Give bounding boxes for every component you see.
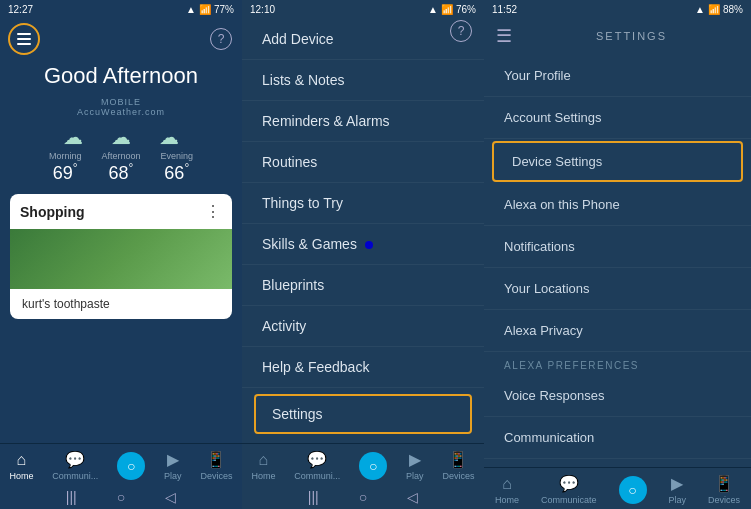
morning-temp: 69°: [49, 161, 82, 184]
afternoon-temp: 68°: [101, 161, 140, 184]
android-home-2[interactable]: ○: [359, 489, 367, 505]
communicate-label: Communi...: [52, 471, 98, 481]
communicate-icon-3: 💬: [559, 474, 579, 493]
communicate-label-2: Communi...: [294, 471, 340, 481]
menu-things-to-try[interactable]: Things to Try: [242, 183, 484, 224]
settings-notifications[interactable]: Notifications: [484, 226, 751, 268]
card-options-icon[interactable]: ⋮: [205, 202, 222, 221]
status-icons-1: ▲ 📶 77%: [186, 4, 234, 15]
nav-home-2[interactable]: ⌂ Home: [251, 451, 275, 481]
home-icon-2: ⌂: [259, 451, 269, 469]
status-bar-1: 12:27 ▲ 📶 77%: [0, 0, 242, 19]
nav-communicate[interactable]: 💬 Communi...: [52, 450, 98, 481]
hamburger-line: [17, 33, 31, 35]
menu-help-feedback[interactable]: Help & Feedback: [242, 347, 484, 388]
menu-lists-notes[interactable]: Lists & Notes: [242, 60, 484, 101]
hamburger-icon-3[interactable]: ☰: [496, 25, 512, 47]
menu-add-device[interactable]: Add Device: [242, 19, 484, 60]
nav-alexa-2[interactable]: ○: [359, 452, 387, 480]
signal-icon-2: ▲: [428, 4, 438, 15]
android-back-2[interactable]: |||: [308, 489, 319, 505]
nav-communicate-2[interactable]: 💬 Communi...: [294, 450, 340, 481]
home-label-3: Home: [495, 495, 519, 505]
nav-devices-2[interactable]: 📱 Devices: [442, 450, 474, 481]
devices-icon-3: 📱: [714, 474, 734, 493]
android-nav-1: ||| ○ ◁: [0, 485, 242, 509]
settings-voice[interactable]: Voice Responses: [484, 375, 751, 417]
communicate-label-3: Communicate: [541, 495, 597, 505]
weather-source: MOBILE AccuWeather.com: [0, 97, 242, 117]
nav-devices[interactable]: 📱 Devices: [200, 450, 232, 481]
hamburger-line: [17, 43, 31, 45]
play-label-3: Play: [668, 495, 686, 505]
panel-settings: 11:52 ▲ 📶 88% ☰ SETTINGS Your Profile Ac…: [484, 0, 751, 509]
shopping-card: Shopping ⋮ kurt's toothpaste lipton soup: [10, 194, 232, 319]
nav-communicate-3[interactable]: 💬 Communicate: [541, 474, 597, 505]
menu-reminders-alarms[interactable]: Reminders & Alarms: [242, 101, 484, 142]
battery-3: 88%: [723, 4, 743, 15]
settings-privacy[interactable]: Alexa Privacy: [484, 310, 751, 352]
alexa-icon-3: ○: [619, 476, 647, 504]
menu-blueprints[interactable]: Blueprints: [242, 265, 484, 306]
weather-temps: Morning 69° Afternoon 68° Evening 66°: [0, 151, 242, 194]
home-label: Home: [9, 471, 33, 481]
home-icon: ⌂: [17, 451, 27, 469]
settings-device[interactable]: Device Settings: [492, 141, 743, 182]
card-image: [10, 229, 232, 289]
devices-label-2: Devices: [442, 471, 474, 481]
help-icon[interactable]: ?: [210, 28, 232, 50]
nav-home[interactable]: ⌂ Home: [9, 451, 33, 481]
menu-activity[interactable]: Activity: [242, 306, 484, 347]
hamburger-button[interactable]: [8, 23, 40, 55]
settings-account[interactable]: Account Settings: [484, 97, 751, 139]
communicate-icon: 💬: [65, 450, 85, 469]
nav-bar-3: ⌂ Home 💬 Communicate ○ ▶ Play 📱 Devices: [484, 467, 751, 509]
morning-weather: Morning 69°: [49, 151, 82, 184]
settings-title: SETTINGS: [524, 30, 739, 42]
provider-label: AccuWeather.com: [0, 107, 242, 117]
settings-locations[interactable]: Your Locations: [484, 268, 751, 310]
android-back[interactable]: |||: [66, 489, 77, 505]
time-2: 12:10: [250, 4, 275, 15]
devices-icon-2: 📱: [448, 450, 468, 469]
hamburger-line: [17, 38, 31, 40]
devices-label-3: Devices: [708, 495, 740, 505]
help-icon-2[interactable]: ?: [450, 20, 472, 42]
status-bar-2: 12:10 ▲ 📶 76%: [242, 0, 484, 19]
settings-communication[interactable]: Communication: [484, 417, 751, 459]
settings-your-profile[interactable]: Your Profile: [484, 55, 751, 97]
play-icon: ▶: [167, 450, 179, 469]
panel-menu: 12:10 ▲ 📶 76% ? Add Device Lists & Notes…: [242, 0, 484, 509]
mobile-label: MOBILE: [0, 97, 242, 107]
menu-skills-games[interactable]: Skills & Games: [242, 224, 484, 265]
play-label-2: Play: [406, 471, 424, 481]
play-label: Play: [164, 471, 182, 481]
signal-icon-3: ▲: [695, 4, 705, 15]
nav-home-3[interactable]: ⌂ Home: [495, 475, 519, 505]
header-row-1: ?: [0, 19, 242, 59]
nav-play-2[interactable]: ▶ Play: [406, 450, 424, 481]
nav-bar-1: ⌂ Home 💬 Communi... ○ ▶ Play 📱 Devices: [0, 443, 242, 485]
status-icons-2: ▲ 📶 76%: [428, 4, 476, 15]
android-home[interactable]: ○: [117, 489, 125, 505]
nav-devices-3[interactable]: 📱 Devices: [708, 474, 740, 505]
android-recents-2[interactable]: ◁: [407, 489, 418, 505]
greeting-text: Good Afternoon: [0, 59, 242, 97]
settings-header: ☰ SETTINGS: [484, 19, 751, 55]
menu-routines[interactable]: Routines: [242, 142, 484, 183]
evening-weather: Evening 66°: [161, 151, 194, 184]
wifi-icon-2: 📶: [441, 4, 453, 15]
nav-alexa[interactable]: ○: [117, 452, 145, 480]
settings-alexa-phone[interactable]: Alexa on this Phone: [484, 184, 751, 226]
play-icon-3: ▶: [671, 474, 683, 493]
menu-list: Add Device Lists & Notes Reminders & Ala…: [242, 19, 484, 443]
home-icon-3: ⌂: [502, 475, 512, 493]
home-label-2: Home: [251, 471, 275, 481]
badge-icon: [365, 241, 373, 249]
nav-play[interactable]: ▶ Play: [164, 450, 182, 481]
afternoon-label: Afternoon: [101, 151, 140, 161]
menu-settings[interactable]: Settings: [254, 394, 472, 434]
android-recents[interactable]: ◁: [165, 489, 176, 505]
nav-alexa-3[interactable]: ○: [619, 476, 647, 504]
nav-play-3[interactable]: ▶ Play: [668, 474, 686, 505]
